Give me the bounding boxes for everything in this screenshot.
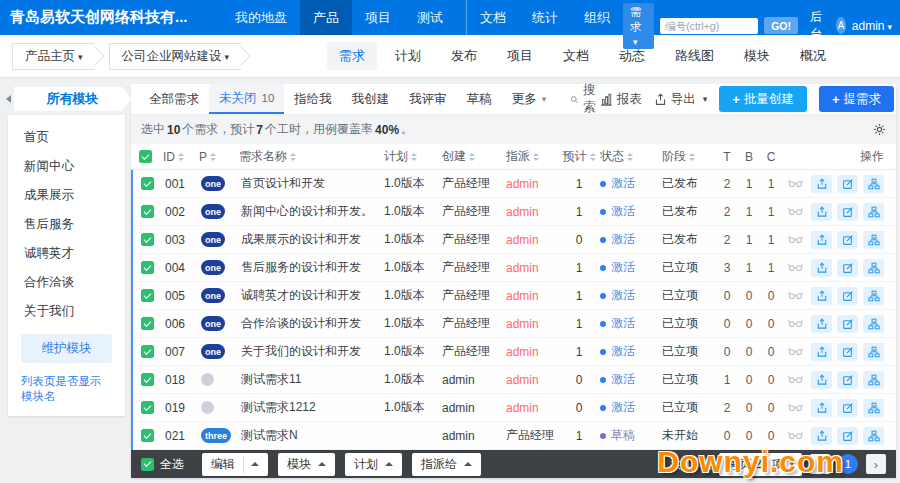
report-button[interactable]: 报表 bbox=[600, 91, 642, 108]
column-header[interactable]: 操作 bbox=[784, 148, 888, 165]
column-header[interactable]: 阶段 bbox=[662, 148, 718, 165]
row-checkbox[interactable] bbox=[141, 177, 154, 190]
section-tab[interactable]: 路线图 bbox=[663, 42, 726, 70]
column-header[interactable]: B bbox=[740, 150, 762, 164]
row-checkbox[interactable] bbox=[141, 233, 154, 246]
section-tab[interactable]: 发布 bbox=[439, 42, 489, 70]
module-item[interactable]: 关于我们 bbox=[8, 297, 125, 326]
module-item[interactable]: 成果展示 bbox=[8, 181, 125, 210]
batch-create-button[interactable]: +批量创建 bbox=[719, 86, 807, 112]
row-checkbox[interactable] bbox=[141, 345, 154, 358]
section-tab[interactable]: 需求 bbox=[327, 42, 377, 70]
row-checkbox[interactable] bbox=[141, 429, 154, 442]
row-checkbox[interactable] bbox=[141, 261, 154, 274]
review-glasses-icon[interactable] bbox=[785, 399, 806, 417]
subdivide-icon[interactable] bbox=[863, 175, 884, 193]
change-icon[interactable] bbox=[811, 315, 832, 333]
subdivide-icon[interactable] bbox=[863, 315, 884, 333]
section-tab[interactable]: 概况 bbox=[788, 42, 838, 70]
story-title-link[interactable]: 测试需求11 bbox=[241, 371, 384, 388]
edit-icon[interactable] bbox=[837, 203, 858, 221]
review-glasses-icon[interactable] bbox=[785, 259, 806, 277]
column-header[interactable]: 创建 bbox=[442, 148, 506, 165]
story-title-link[interactable]: 诚聘英才的设计和开发 bbox=[241, 287, 384, 304]
section-tab[interactable]: 文档 bbox=[551, 42, 601, 70]
breadcrumb-item[interactable]: 产品主页 bbox=[12, 43, 95, 70]
subdivide-icon[interactable] bbox=[863, 259, 884, 277]
main-nav-item[interactable]: 文档 bbox=[466, 0, 519, 35]
edit-icon[interactable] bbox=[837, 427, 858, 445]
section-tab[interactable]: 模块 bbox=[732, 42, 782, 70]
sort-icon[interactable] bbox=[411, 153, 417, 161]
column-header[interactable]: 预计 bbox=[562, 148, 600, 165]
filter-tab[interactable]: 未关闭 10 bbox=[209, 84, 284, 114]
select-all-footer-checkbox[interactable] bbox=[141, 458, 154, 471]
change-icon[interactable] bbox=[811, 175, 832, 193]
main-nav-item[interactable]: 组织 bbox=[571, 0, 623, 35]
module-item[interactable]: 售后服务 bbox=[8, 210, 125, 239]
change-icon[interactable] bbox=[811, 287, 832, 305]
batch-action-button[interactable]: 模块 bbox=[278, 453, 335, 476]
go-button[interactable]: GO! bbox=[764, 17, 798, 34]
review-glasses-icon[interactable] bbox=[785, 343, 806, 361]
change-icon[interactable] bbox=[811, 343, 832, 361]
change-icon[interactable] bbox=[811, 427, 832, 445]
story-title-link[interactable]: 关于我们的设计和开发 bbox=[241, 343, 384, 360]
row-checkbox[interactable] bbox=[141, 317, 154, 330]
filter-tab[interactable]: 草稿 bbox=[457, 84, 502, 114]
story-title-link[interactable]: 首页设计和开发 bbox=[241, 175, 384, 192]
sort-icon[interactable] bbox=[469, 153, 475, 161]
sort-icon[interactable] bbox=[210, 153, 216, 161]
sort-icon[interactable] bbox=[689, 153, 695, 161]
maintain-modules-button[interactable]: 维护模块 bbox=[21, 334, 112, 363]
main-nav-item[interactable]: 我的地盘 bbox=[222, 0, 300, 35]
prev-page-button[interactable]: ‹ bbox=[810, 454, 830, 474]
batch-action-button[interactable]: 编辑 bbox=[202, 453, 268, 476]
select-all-control[interactable]: 全选 bbox=[141, 456, 184, 473]
column-header[interactable]: ID bbox=[163, 150, 199, 164]
id-search-input[interactable] bbox=[660, 18, 758, 34]
subdivide-icon[interactable] bbox=[863, 287, 884, 305]
backend-link[interactable]: 后台 bbox=[810, 9, 824, 43]
avatar[interactable]: A bbox=[836, 17, 846, 34]
module-item[interactable]: 首页 bbox=[8, 123, 125, 152]
edit-icon[interactable] bbox=[837, 259, 858, 277]
module-item[interactable]: 新闻中心 bbox=[8, 152, 125, 181]
edit-icon[interactable] bbox=[837, 399, 858, 417]
filter-tab[interactable]: 我评审 bbox=[399, 84, 457, 114]
review-glasses-icon[interactable] bbox=[785, 287, 806, 305]
review-glasses-icon[interactable] bbox=[785, 231, 806, 249]
sort-icon[interactable] bbox=[590, 153, 596, 161]
row-checkbox[interactable] bbox=[141, 373, 154, 386]
filter-tab[interactable]: 指给我 bbox=[284, 84, 342, 114]
story-title-link[interactable]: 成果展示的设计和开发 bbox=[241, 231, 384, 248]
review-glasses-icon[interactable] bbox=[785, 427, 806, 445]
filter-tab[interactable]: 全部需求 bbox=[139, 84, 209, 114]
app-title[interactable]: 青岛易软天创网络科技有... bbox=[10, 8, 222, 27]
add-story-button[interactable]: +提需求 bbox=[819, 86, 894, 112]
sort-icon[interactable] bbox=[290, 153, 296, 161]
user-menu[interactable]: admin bbox=[852, 19, 892, 33]
story-title-link[interactable]: 售后服务的设计和开发 bbox=[241, 259, 384, 276]
story-title-link[interactable]: 合作洽谈的设计和开发 bbox=[241, 315, 384, 332]
column-header[interactable]: 计划 bbox=[384, 148, 442, 165]
section-tab[interactable]: 项目 bbox=[495, 42, 545, 70]
change-icon[interactable] bbox=[811, 231, 832, 249]
story-title-link[interactable]: 测试需求N bbox=[241, 427, 384, 444]
edit-icon[interactable] bbox=[837, 231, 858, 249]
main-nav-item[interactable]: 测试 bbox=[404, 0, 456, 35]
filter-tab[interactable]: 我创建 bbox=[342, 84, 400, 114]
select-all-checkbox[interactable] bbox=[139, 150, 152, 163]
batch-action-button[interactable]: 计划 bbox=[345, 453, 402, 476]
export-button[interactable]: 导出 bbox=[654, 91, 708, 108]
column-header[interactable]: 指派 bbox=[506, 148, 562, 165]
subdivide-icon[interactable] bbox=[863, 371, 884, 389]
row-checkbox[interactable] bbox=[141, 205, 154, 218]
breadcrumb-item[interactable]: 公司企业网站建设 bbox=[109, 43, 242, 70]
search-toggle[interactable]: 搜索 bbox=[570, 82, 600, 116]
subdivide-icon[interactable] bbox=[863, 231, 884, 249]
next-page-button[interactable]: › bbox=[866, 454, 886, 474]
filter-tab[interactable]: 更多 bbox=[502, 84, 557, 114]
subdivide-icon[interactable] bbox=[863, 427, 884, 445]
show-module-name-toggle-link[interactable]: 列表页是否显示模块名 bbox=[21, 374, 112, 404]
